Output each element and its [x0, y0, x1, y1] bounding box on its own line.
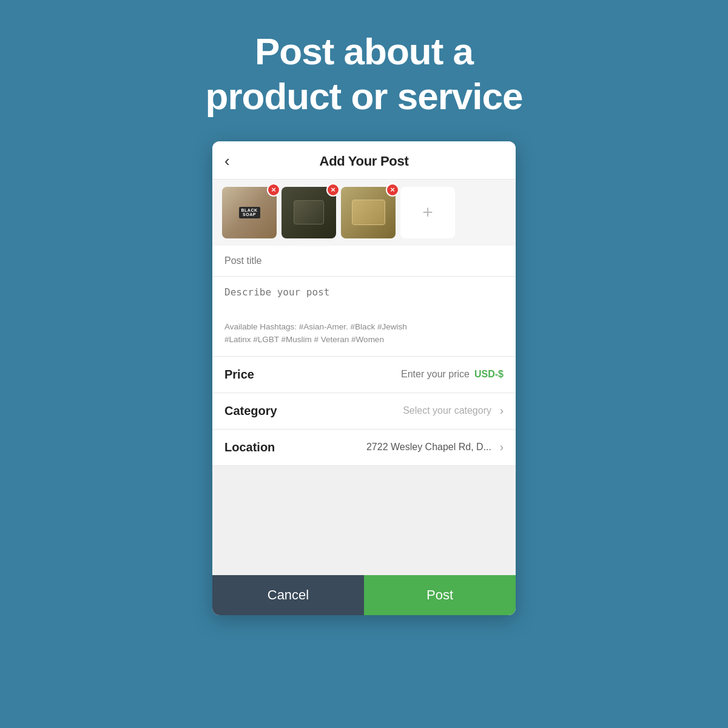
category-label: Category — [224, 404, 303, 418]
nav-bar: ‹ Add Your Post — [212, 141, 516, 180]
price-row[interactable]: Price USD-$ — [212, 357, 516, 393]
add-image-button[interactable]: + — [400, 187, 455, 238]
describe-row — [212, 277, 516, 317]
gray-spacer — [212, 466, 516, 575]
category-value-row: Select your category › — [303, 405, 504, 417]
soap-block-2 — [294, 200, 324, 224]
soap-block-3 — [352, 200, 385, 225]
category-chevron-icon: › — [500, 405, 504, 417]
nav-title: Add Your Post — [320, 153, 409, 169]
remove-image-3-button[interactable]: × — [386, 183, 399, 197]
cancel-button[interactable]: Cancel — [212, 575, 364, 615]
price-value-row: USD-$ — [303, 369, 504, 380]
header-line1: Post about a — [255, 30, 473, 72]
hashtags-row: Available Hashtags: #Asian-Amer. #Black … — [212, 317, 516, 357]
image-thumb-3: × — [341, 187, 396, 238]
post-title-row — [212, 246, 516, 277]
location-row[interactable]: Location 2722 Wesley Chapel Rd, D... › — [212, 430, 516, 466]
image-thumb-2: × — [281, 187, 336, 238]
location-value: 2722 Wesley Chapel Rd, D... — [303, 442, 491, 453]
remove-image-1-button[interactable]: × — [267, 183, 280, 197]
header-line2: product or service — [206, 75, 523, 117]
describe-input[interactable] — [224, 286, 504, 309]
currency-label: USD-$ — [474, 369, 504, 380]
location-value-row: 2722 Wesley Chapel Rd, D... › — [303, 441, 504, 454]
image-row: BLACKSOAP × × × + — [212, 180, 516, 246]
post-button[interactable]: Post — [364, 575, 516, 615]
plus-icon: + — [422, 202, 433, 223]
phone-card: ‹ Add Your Post BLACKSOAP × × — [212, 141, 516, 615]
price-label: Price — [224, 368, 303, 382]
page-header: Post about a product or service — [157, 0, 571, 141]
category-placeholder: Select your category — [303, 405, 491, 416]
category-row[interactable]: Category Select your category › — [212, 393, 516, 430]
hashtags-text: Available Hashtags: #Asian-Amer. #Black … — [224, 320, 504, 346]
bottom-buttons: Cancel Post — [212, 575, 516, 615]
remove-image-2-button[interactable]: × — [326, 183, 340, 197]
location-chevron-icon: › — [500, 441, 504, 454]
soap-label: BLACKSOAP — [239, 207, 260, 218]
location-label: Location — [224, 440, 303, 454]
form-area: Available Hashtags: #Asian-Amer. #Black … — [212, 246, 516, 466]
post-title-input[interactable] — [224, 255, 504, 266]
back-button[interactable]: ‹ — [224, 152, 230, 170]
price-input[interactable] — [397, 369, 470, 380]
image-thumb-1: BLACKSOAP × — [222, 187, 277, 238]
